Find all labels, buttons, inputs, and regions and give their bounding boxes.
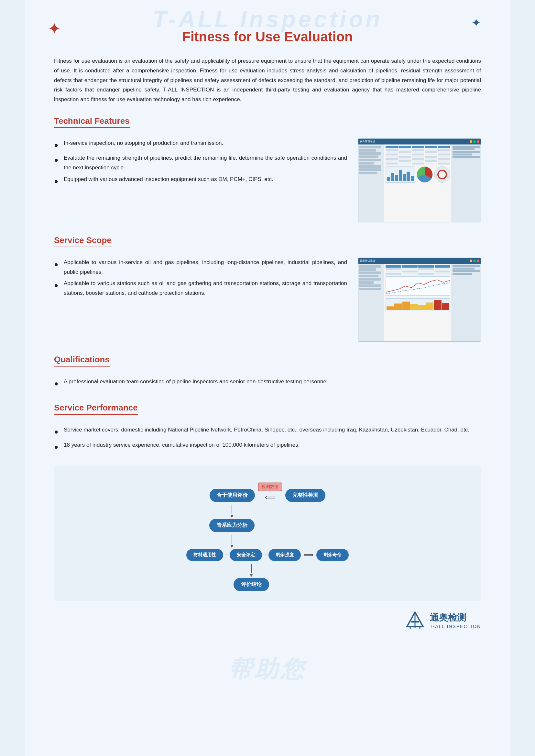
main-title: Fitness for Use Evaluation <box>54 29 481 44</box>
flow-node-evaluation: 合于使用评价 <box>210 489 255 502</box>
flow-node-material: 材料适用性 <box>186 549 223 561</box>
intro-paragraph: Fitness for use evaluation is an evaluat… <box>54 56 481 104</box>
bullet-icon: ● <box>54 139 61 151</box>
bullet-list-performance: ● Service market covers: domestic includ… <box>54 425 481 453</box>
flow-node-life: 剩余寿命 <box>316 549 349 561</box>
bullet-icon: ● <box>54 441 61 453</box>
bullet-icon: ● <box>54 175 61 188</box>
screenshot-service: 管道评估系统 <box>358 257 481 342</box>
section-service-scope: Service Scope 管道评估系统 <box>54 235 481 345</box>
bullet-icon: ● <box>54 426 61 438</box>
company-name-cn: 通奥检测 <box>430 611 481 624</box>
star-decoration-right: ✦ <box>471 16 481 30</box>
flow-node-safety: 安全评定 <box>230 549 262 561</box>
bullet-item: ● Service market covers: domestic includ… <box>54 425 481 438</box>
heading-qualifications: Qualifications <box>54 355 110 366</box>
heading-technical-features: Technical Features <box>54 116 130 128</box>
footer: 通奥检测 T-ALL INSPECTION <box>54 610 481 630</box>
bullet-icon: ● <box>54 258 61 271</box>
watermark-top: T-ALL Inspection <box>25 6 510 32</box>
heading-service-performance: Service Performance <box>54 403 138 415</box>
section-technical-features: Technical Features 软件管理系统 <box>54 116 481 226</box>
flow-label-data: 检测数据 <box>258 483 282 491</box>
bullet-icon: ● <box>54 154 61 167</box>
bullet-icon: ● <box>54 378 61 390</box>
bullet-item: ● In-service inspection, no stopping of … <box>54 138 350 151</box>
flow-node-strength: 剩余强度 <box>268 549 301 561</box>
flow-arrow-left: ⟸ <box>265 493 276 502</box>
screenshot-technical: 软件管理系统 <box>358 138 481 222</box>
bullet-icon: ● <box>54 279 61 292</box>
svg-rect-0 <box>386 277 450 295</box>
logo-icon <box>405 610 425 630</box>
company-name-en: T-ALL INSPECTION <box>430 624 481 629</box>
bullet-item: ● Evaluate the remaining strength of pip… <box>54 153 350 173</box>
section-service-performance: Service Performance ● Service market cov… <box>54 403 481 456</box>
bullet-item: ● Applicable to various stations such as… <box>54 279 350 298</box>
heading-service-scope: Service Scope <box>54 235 112 247</box>
star-decoration-left: ✦ <box>47 19 61 38</box>
bullet-list-qualifications: ● A professional evaluation team consist… <box>54 377 481 390</box>
watermark-bottom: 帮助您 <box>25 654 510 685</box>
bullet-item: ● 18 years of industry service experienc… <box>54 440 481 453</box>
flow-diagram: 合于使用评价 检测数据 ⟸ 完整性检测 ▼ 管系应力分析 <box>54 466 481 601</box>
bullet-item: ● Equipped with various advanced inspect… <box>54 175 350 188</box>
bullet-item: ● A professional evaluation team consist… <box>54 377 481 390</box>
section-qualifications: Qualifications ● A professional evaluati… <box>54 355 481 393</box>
flow-node-conclusion: 评价结论 <box>234 578 269 591</box>
flow-node-stress: 管系应力分析 <box>209 519 255 532</box>
flow-node-inspection: 完整性检测 <box>285 489 325 502</box>
bullet-item: ● Applicable to various in-service oil a… <box>54 257 350 277</box>
